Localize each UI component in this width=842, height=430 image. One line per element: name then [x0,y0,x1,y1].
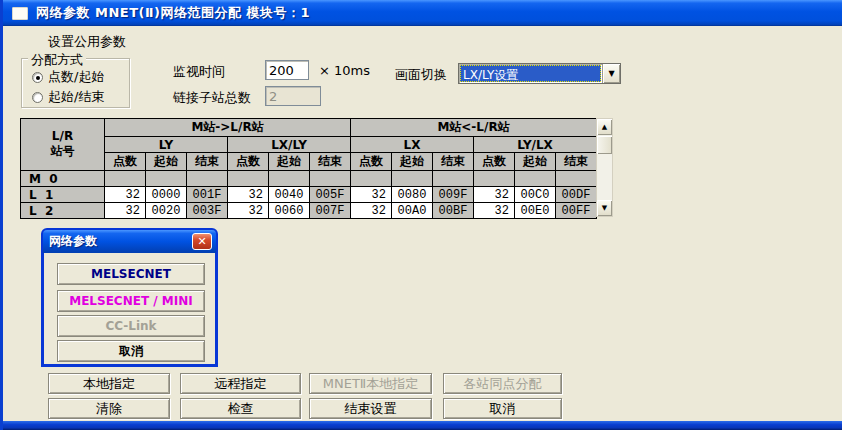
monitor-time-label: 监视时间 [173,63,225,81]
window-bottom-border [0,421,842,430]
range-cell[interactable]: 32 [105,203,146,219]
range-cell: 00BF [433,203,474,219]
popup-title-bar[interactable]: 网络参数 ✕ [43,230,216,253]
command-button-row2-1[interactable]: 清除 [48,398,170,419]
range-cell: 009F [433,187,474,203]
network-parameter-popup: 网络参数 ✕ MELSECNETMELSECNET / MINICC-Link取… [41,228,218,367]
network-range-dialog: 网络参数 MNET(Ⅱ)网络范围分配 模块号：1 设置公用参数 分配方式 点数/… [0,0,842,430]
radio-start-end[interactable]: 起始/结束 [32,88,104,106]
table-subgroup-header: LY [105,137,228,153]
range-cell[interactable]: 0000 [146,187,187,203]
range-cell: 003F [187,203,228,219]
table-group-header: M站->L/R站 [105,119,351,137]
radio-label: 起始/结束 [48,88,104,106]
table-column-header: 起始 [269,153,310,171]
allocation-mode-label: 分配方式 [28,51,86,69]
range-cell[interactable]: 0040 [269,187,310,203]
table-column-header: 点数 [474,153,515,171]
range-cell[interactable]: 00C0 [515,187,556,203]
table-row: L 2320020003F320060007F3200A000BF3200E00… [21,203,597,219]
range-cell [515,171,556,187]
allocation-mode-groupbox: 分配方式 点数/起始 起始/结束 [21,58,130,108]
table-column-header: 起始 [146,153,187,171]
range-cell[interactable]: 0080 [392,187,433,203]
table-column-header: 结束 [187,153,228,171]
popup-button-melsecnet[interactable]: MELSECNET [57,263,205,285]
station-cell: M 0 [21,171,105,187]
table-column-header: 结束 [433,153,474,171]
station-cell: L 2 [21,203,105,219]
station-cell: L 1 [21,187,105,203]
popup-button-melsecnet-mini[interactable]: MELSECNET / MINI [57,290,205,312]
radio-icon [32,72,43,83]
table-column-header: 点数 [105,153,146,171]
scroll-up-icon[interactable]: ▲ [597,119,612,135]
table-column-header: 结束 [310,153,351,171]
range-cell: 005F [310,187,351,203]
link-stations-label: 链接子站总数 [173,89,251,107]
range-cell [187,171,228,187]
range-cell[interactable]: 32 [228,187,269,203]
range-cell: 00FF [556,203,597,219]
close-icon[interactable]: ✕ [192,233,212,250]
monitor-time-unit: × 10ms [319,63,370,78]
range-cell[interactable]: 32 [228,203,269,219]
chevron-down-icon[interactable]: ▼ [602,64,620,83]
popup-title: 网络参数 [49,233,97,250]
scroll-down-icon[interactable]: ▼ [597,200,612,216]
table-column-header: 起始 [392,153,433,171]
range-cell [351,171,392,187]
range-cell: 007F [310,203,351,219]
range-table: L/R 站号M站->L/R站M站<-L/R站LYLX/LYLXLY/LX点数起始… [20,118,597,219]
section-label: 设置公用参数 [48,33,126,51]
link-stations-input [265,86,321,106]
combobox-selected-value: LX/LY设置 [460,65,601,82]
table-column-header: 点数 [351,153,392,171]
command-button-row1-4: 各站同点分配 [443,373,562,394]
range-cell [146,171,187,187]
title-bar[interactable]: 网络参数 MNET(Ⅱ)网络范围分配 模块号：1 [3,0,842,26]
popup-button-cc-link: CC-Link [57,315,205,337]
range-cell [105,171,146,187]
table-column-header: 结束 [556,153,597,171]
command-button-row1-3: MNETⅡ本地指定 [309,373,432,394]
screen-switch-combobox[interactable]: LX/LY设置 ▼ [458,63,621,84]
table-column-header: 起始 [515,153,556,171]
range-cell[interactable]: 32 [474,187,515,203]
popup-button-[interactable]: 取消 [57,340,205,362]
range-cell [474,171,515,187]
range-cell: 001F [187,187,228,203]
command-button-row2-3[interactable]: 结束设置 [309,398,432,419]
table-column-header: 点数 [228,153,269,171]
range-cell[interactable]: 32 [351,203,392,219]
scrollbar-thumb[interactable] [597,136,612,154]
range-cell [556,171,597,187]
radio-points-start[interactable]: 点数/起始 [32,68,104,86]
range-cell[interactable]: 00A0 [392,203,433,219]
range-cell[interactable]: 32 [474,203,515,219]
window-icon [12,7,28,20]
range-cell [310,171,351,187]
table-scrollbar[interactable]: ▲ ▼ [596,118,613,217]
command-button-row1-1[interactable]: 本地指定 [48,373,170,394]
command-button-row2-4[interactable]: 取消 [443,398,562,419]
range-cell[interactable]: 0060 [269,203,310,219]
range-cell[interactable]: 00E0 [515,203,556,219]
radio-icon [32,92,43,103]
range-cell [269,171,310,187]
command-button-row2-2[interactable]: 检查 [180,398,301,419]
range-cell [228,171,269,187]
screen-switch-label: 画面切换 [395,66,447,84]
range-cell[interactable]: 0020 [146,203,187,219]
table-subgroup-header: LY/LX [474,137,597,153]
table-group-header: M站<-L/R站 [351,119,597,137]
command-button-row1-2[interactable]: 远程指定 [180,373,301,394]
table-corner-header: L/R 站号 [21,119,105,171]
range-cell [433,171,474,187]
table-subgroup-header: LX/LY [228,137,351,153]
monitor-time-input[interactable] [265,60,309,80]
range-cell[interactable]: 32 [105,187,146,203]
range-cell[interactable]: 32 [351,187,392,203]
radio-label: 点数/起始 [48,68,104,86]
table-row: M 0 [21,171,597,187]
